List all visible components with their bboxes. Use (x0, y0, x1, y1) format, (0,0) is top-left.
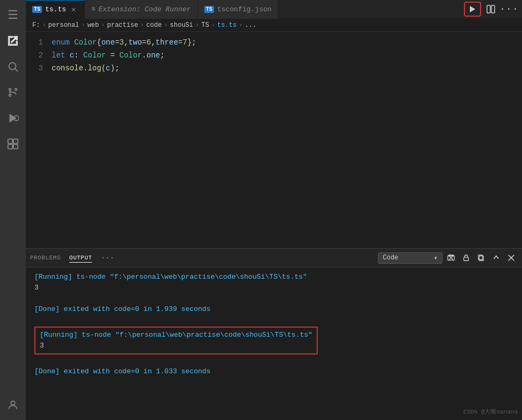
line-content-1: enum Color{one=3,two=6,three=7}; (52, 37, 196, 48)
output-number-1: 3 (34, 283, 513, 293)
output-blank-1 (34, 293, 513, 304)
output-number-2: 3 (40, 341, 312, 351)
output-done-1: [Done] exited with code=0 in 1.939 secon… (34, 304, 513, 315)
breadcrumb-code: code (146, 21, 162, 29)
activity-bar: ☰ (0, 0, 26, 420)
panel: PROBLEMS OUTPUT ··· Code ▾ (26, 248, 522, 420)
panel-tab-right: Code ▾ (378, 251, 518, 264)
debug-run-icon[interactable] (2, 107, 24, 129)
extensions-icon[interactable] (2, 133, 24, 155)
breadcrumb-shousi: shouSi (170, 21, 193, 29)
output-running-2: [Running] ts-node "f:\personal\web\pract… (40, 330, 312, 341)
select-label: Code (383, 254, 398, 262)
watermark: CSDN @大嘴nanana (463, 408, 518, 416)
more-actions-button[interactable]: ··· (500, 2, 518, 17)
breadcrumb-ts-ts: ts.ts (217, 21, 237, 29)
code-line-3: 3 console.log(c); (26, 62, 522, 75)
breadcrumb-f: F: (32, 21, 40, 29)
main-content: TS ts.ts ✕ ≡ Extension: Code Runner TS t… (26, 0, 522, 420)
git-icon[interactable] (2, 82, 24, 103)
svg-rect-15 (491, 5, 495, 13)
menu-icon[interactable]: ☰ (2, 4, 24, 26)
breadcrumb-personal: personal (48, 21, 80, 29)
highlighted-running-block: [Running] ts-node "f:\personal\web\pract… (34, 327, 318, 354)
tab-close-ts-ts[interactable]: ✕ (69, 5, 78, 14)
editor-area[interactable]: 1 enum Color{one=3,two=6,three=7}; 2 let… (26, 32, 522, 248)
tab-extension-code-runner[interactable]: ≡ Extension: Code Runner (85, 0, 198, 19)
svg-point-5 (15, 89, 17, 91)
svg-point-3 (9, 89, 11, 91)
ts-icon: TS (32, 6, 42, 13)
line-number-2: 2 (26, 50, 52, 61)
close-panel-button[interactable] (505, 251, 518, 264)
svg-rect-14 (487, 5, 490, 13)
line-content-2: let c: Color = Color.one; (52, 50, 165, 61)
clear-output-button[interactable] (445, 251, 457, 264)
scroll-up-button[interactable] (490, 251, 503, 264)
line-content-3: console.log(c); (52, 63, 119, 74)
tab-label-ts-ts: ts.ts (45, 5, 66, 13)
svg-rect-0 (9, 37, 13, 38)
svg-point-1 (9, 63, 16, 70)
svg-marker-6 (10, 114, 17, 123)
breadcrumb-ellipsis: ... (245, 21, 256, 29)
svg-line-2 (15, 69, 18, 71)
lock-button[interactable] (460, 251, 473, 264)
panel-more-tabs[interactable]: ··· (101, 254, 114, 262)
tab-label-tsconfig: tsconfig.json (217, 5, 271, 13)
copy-button[interactable] (475, 251, 488, 264)
tab-problems[interactable]: PROBLEMS (30, 254, 61, 262)
select-arrow: ▾ (434, 254, 438, 262)
explorer-icon[interactable] (2, 30, 24, 52)
svg-rect-8 (8, 139, 12, 143)
svg-point-4 (9, 95, 11, 97)
output-done-2: [Done] exited with code=0 in 1.033 secon… (34, 366, 513, 377)
svg-rect-10 (8, 144, 12, 149)
ts-icon-2: TS (204, 6, 214, 13)
svg-rect-9 (13, 139, 18, 143)
tab-bar: TS ts.ts ✕ ≡ Extension: Code Runner TS t… (26, 0, 522, 19)
line-number-1: 1 (26, 37, 52, 48)
tab-bar-right: ··· (464, 2, 522, 17)
extension-icon: ≡ (91, 5, 95, 13)
breadcrumb-practise: practise (107, 21, 138, 29)
code-line-1: 1 enum Color{one=3,two=6,three=7}; (26, 36, 522, 49)
svg-rect-11 (13, 144, 18, 149)
panel-tabs: PROBLEMS OUTPUT ··· Code ▾ (26, 249, 522, 267)
output-blank-2 (34, 315, 513, 325)
output-channel-select[interactable]: Code ▾ (378, 252, 442, 264)
tab-tsconfig[interactable]: TS tsconfig.json (198, 0, 278, 19)
breadcrumb-ts-dir: TS (201, 21, 209, 29)
svg-rect-19 (464, 257, 469, 260)
breadcrumb-web: web (87, 21, 99, 29)
run-button[interactable] (464, 2, 481, 17)
svg-marker-13 (470, 6, 475, 12)
search-icon[interactable] (2, 56, 24, 77)
svg-point-12 (11, 401, 15, 405)
line-number-3: 3 (26, 63, 52, 74)
split-editor-button[interactable] (482, 2, 499, 17)
code-line-2: 2 let c: Color = Color.one; (26, 49, 522, 62)
breadcrumb: F: › personal › web › practise › code › … (26, 19, 522, 32)
tab-ts-ts[interactable]: TS ts.ts ✕ (26, 0, 85, 19)
tab-output[interactable]: OUTPUT (69, 254, 92, 263)
tab-label-extension: Extension: Code Runner (98, 5, 191, 13)
account-icon[interactable] (2, 394, 24, 416)
output-blank-3 (34, 356, 513, 366)
output-content[interactable]: [Running] ts-node "f:\personal\web\pract… (26, 267, 522, 420)
output-running-1: [Running] ts-node "f:\personal\web\pract… (34, 272, 513, 283)
